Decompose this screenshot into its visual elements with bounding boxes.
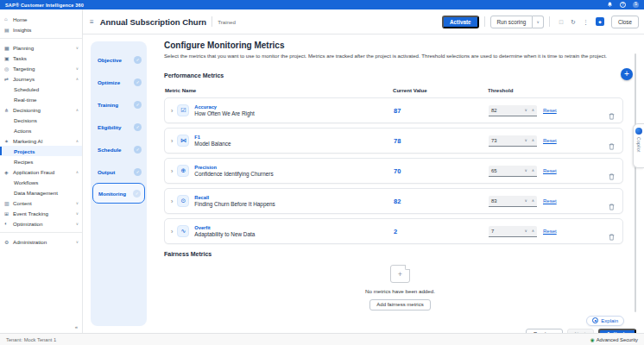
stepper-down-icon[interactable]: ∨ [524,138,527,142]
sidebar-item-planning[interactable]: ▦ Planning ∨ [0,42,82,53]
stepper-down-icon[interactable]: ∨ [524,198,527,203]
step-complete-check-icon: ✓ [134,56,142,64]
notifications-bell-icon[interactable] [607,2,613,9]
threshold-stepper[interactable]: 83 ∨∧ [489,196,537,207]
step-monitoring[interactable]: Monitoring ✓ [92,183,145,204]
metric-name-link[interactable]: Overfit [194,225,255,230]
metric-row-accuracy: › ☑ Accuracy How Often We Are Right 87 8… [164,97,623,123]
sidebar-item-projects[interactable]: Projects [0,146,82,156]
overflow-menu-icon[interactable]: ⋮ [583,19,589,25]
targeting-icon: ◎ [4,66,13,72]
metric-name-link[interactable]: Precision [194,165,273,170]
copilot-tab[interactable]: Copilot [633,123,644,168]
metric-description: Finding Churn Before It Happens [194,201,275,207]
app-window: SAP® Customer Intelligence 360 ? S ⌂ Hom… [0,0,644,345]
sidebar-item-home[interactable]: ⌂ Home [0,14,82,24]
optimization-icon: ◐ [4,221,13,226]
stepper-down-icon[interactable]: ∨ [524,168,527,172]
stepper-down-icon[interactable]: ∨ [524,108,527,112]
add-fairness-metrics-button[interactable]: Add fairness metrics [369,299,430,310]
sidebar-item-journeys[interactable]: ⇄ Journeys ∧ [0,73,82,84]
metric-name-link[interactable]: F1 [194,135,230,140]
sidebar-item-decisions[interactable]: Decisions [0,115,82,125]
reset-link[interactable]: Reset [543,198,557,204]
metric-name-link[interactable]: Recall [194,195,275,200]
help-icon[interactable]: ? [620,2,626,8]
recall-icon: ⊙ [177,195,189,207]
delete-metric-icon[interactable] [609,168,615,184]
stepper-down-icon[interactable]: ∨ [524,229,527,233]
sidebar-item-decisioning[interactable]: ⋔ Decisioning ∧ [0,104,82,115]
step-optimize[interactable]: Optimize ✓ [91,71,147,93]
run-scoring-chevron-icon[interactable]: ∨ [533,16,544,28]
sidebar-item-insights[interactable]: ▤ Insights [0,24,82,34]
sidebar-collapse-icon[interactable]: « [75,324,78,329]
current-value: 2 [394,228,397,235]
delete-metric-icon[interactable] [609,108,615,123]
refresh-icon[interactable]: ↻ [571,19,576,25]
metric-name-link[interactable]: Accuracy [194,104,255,110]
status-bar: Tenant: Mock Tenant 1 ◉ Advanced Securit… [0,333,644,345]
metric-row-precision: › ⊕ Precision Confidence Identifying Chu… [164,158,623,184]
threshold-stepper[interactable]: 73 ∨∧ [489,135,537,147]
sidebar-item-administration[interactable]: ⚙ Administration ∨ [0,236,82,247]
sidebar-item-optimization[interactable]: ◐ Optimization ∨ [0,218,82,229]
add-metric-button[interactable]: + [621,68,633,80]
step-output[interactable]: Output ✓ [91,160,147,183]
vertical-scrollbar[interactable] [635,53,636,312]
ai-assistant-icon[interactable]: ◆ [596,17,604,26]
stepper-up-icon[interactable]: ∧ [532,138,534,142]
project-header: ≡ Annual Subscription Churn Trained Acti… [83,9,644,34]
decisioning-icon: ⋔ [4,107,13,113]
fairness-empty-text: No metrics have been added. [164,288,636,294]
threshold-stepper[interactable]: 65 ∨∧ [489,166,537,177]
reset-link[interactable]: Reset [543,229,557,234]
main-sidebar: ⌂ Home ▤ Insights ▦ Planning ∨ ▣ Tasks ◎… [0,9,83,333]
delete-metric-icon[interactable] [609,229,615,244]
insights-icon: ▤ [4,27,13,33]
sidebar-item-event-tracking[interactable]: ⊞ Event Tracking ∨ [0,208,82,218]
reset-link[interactable]: Reset [543,138,557,143]
sidebar-item-marketing-ai[interactable]: ✶ Marketing AI ∧ [0,135,82,146]
tasks-icon: ▣ [4,55,13,61]
delete-metric-icon[interactable] [609,198,615,214]
delete-metric-icon[interactable] [609,138,615,154]
project-menu-icon[interactable]: ≡ [90,18,94,26]
step-schedule[interactable]: Schedule ✓ [91,138,147,160]
sidebar-item-real-time[interactable]: Real-time [0,94,82,104]
step-eligibility[interactable]: Eligibility ✓ [91,116,147,138]
sidebar-item-actions[interactable]: Actions [0,125,82,135]
sidebar-item-workflows[interactable]: Workflows [0,177,82,187]
security-status-icon: ◉ [590,337,595,342]
sidebar-item-recipes[interactable]: Recipes [0,156,82,166]
expand-chevron-icon[interactable]: › [171,198,173,204]
threshold-stepper[interactable]: 7 ∨∧ [489,226,537,237]
chevron-down-icon: ∨ [76,211,79,216]
wizard-steps-panel: Objective ✓ Optimize ✓ Training ✓ Eligib… [91,41,147,326]
reset-link[interactable]: Reset [543,168,557,173]
step-objective[interactable]: Objective ✓ [91,48,147,71]
threshold-stepper[interactable]: 82 ∨∧ [489,105,537,116]
sidebar-item-application-fraud[interactable]: ◈ Application Fraud ∧ [0,166,82,177]
sidebar-item-scheduled[interactable]: Scheduled [0,84,82,94]
sidebar-item-targeting[interactable]: ◎ Targeting ∨ [0,63,82,73]
close-button[interactable]: Close [611,16,639,28]
expand-chevron-icon[interactable]: › [171,168,173,174]
reset-link[interactable]: Reset [543,108,557,113]
stepper-up-icon[interactable]: ∧ [532,198,534,203]
step-training[interactable]: Training ✓ [91,93,147,116]
stepper-up-icon[interactable]: ∧ [532,108,534,112]
explain-button[interactable]: ◆ Explain [586,316,624,326]
sidebar-item-content[interactable]: ▥ Content ∨ [0,198,82,208]
activate-button[interactable]: Activate [442,16,479,28]
expand-chevron-icon[interactable]: › [171,229,173,235]
sidebar-item-tasks[interactable]: ▣ Tasks [0,53,82,63]
metric-row-recall: › ⊙ Recall Finding Churn Before It Happe… [164,188,623,214]
stepper-up-icon[interactable]: ∧ [532,229,534,233]
sidebar-item-data-management[interactable]: Data Management [0,187,82,198]
stepper-up-icon[interactable]: ∧ [532,168,534,172]
run-scoring-button[interactable]: Run scoring [490,16,534,28]
expand-chevron-icon[interactable]: › [171,138,173,144]
user-avatar[interactable]: S [633,2,639,8]
expand-chevron-icon[interactable]: › [171,108,173,114]
